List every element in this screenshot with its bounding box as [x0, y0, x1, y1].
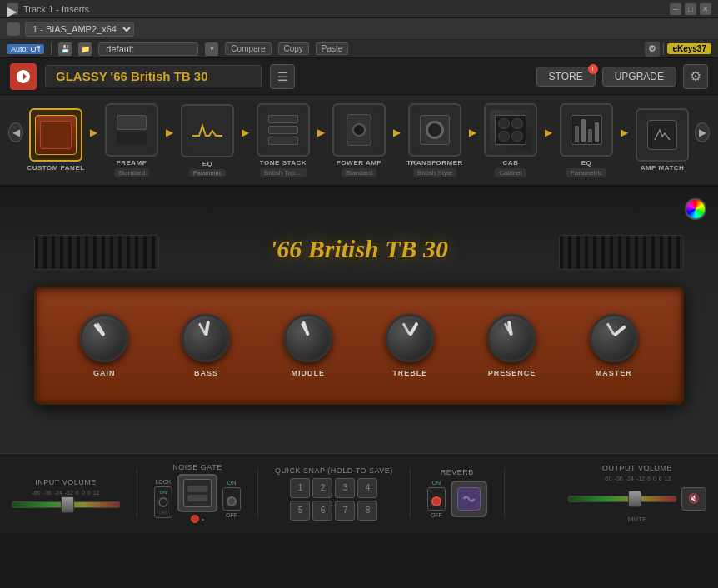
snap-btn-3[interactable]: 3 [335, 478, 355, 498]
middle-knob[interactable] [284, 314, 332, 362]
output-fader-thumb[interactable] [628, 491, 641, 507]
knob-group-presence: PRESENCE [487, 314, 536, 377]
compare-button[interactable]: Compare [225, 42, 271, 55]
chain-item-cab[interactable]: CAB Cabinet [478, 103, 543, 177]
preset-input[interactable] [98, 42, 198, 56]
ekeys-badge: eKeys37 [667, 43, 711, 54]
chain-nav-left[interactable]: ◀ [8, 122, 23, 142]
output-scale: -60 -36 -24 -12 6 0 6 12 [603, 476, 671, 481]
signal-chain-inner: ◀ CUSTOM PANEL ▶ PREAMP Stand [8, 103, 710, 177]
track-select[interactable]: 1 - BIAS_AMP2_x64 [25, 22, 134, 37]
close-button[interactable]: ✕ [700, 3, 711, 15]
amp-name-display: '66 British TB 30 [270, 235, 448, 263]
chain-label-preamp: PREAMP [102, 159, 161, 167]
amp-display: '66 British TB 30 GAIN BA [17, 235, 701, 405]
amp-vent-right [559, 235, 684, 270]
chain-arrow-7: ▶ [543, 127, 554, 138]
chain-module-transformer [408, 103, 461, 157]
chain-item-amp-match[interactable]: AMP MATCH [630, 108, 695, 172]
menu-button[interactable]: ☰ [270, 64, 295, 89]
ng-onoff-indicator [227, 496, 237, 506]
input-volume-section: INPUT VOLUME -60 -36 -24 -12 6 0 6 12 [12, 478, 120, 508]
chain-sublabel-transformer: British Style [413, 168, 456, 177]
mute-label: MUTE [628, 516, 647, 523]
chain-module-eq-end [560, 103, 613, 157]
chain-module-tone-stack [257, 103, 310, 157]
divider-4 [504, 468, 505, 518]
chain-label-custom-panel: CUSTOM PANEL [27, 164, 85, 172]
knob-group-gain: GAIN [80, 314, 128, 377]
amp-area: '66 British TB 30 GAIN BA [0, 187, 718, 453]
treble-knob[interactable] [386, 314, 434, 362]
chain-module-power-amp [332, 103, 386, 157]
chain-item-power-amp[interactable]: POWER AMP Standard [327, 103, 391, 177]
reverb-switch[interactable] [427, 487, 446, 511]
divider-1 [137, 468, 137, 518]
noise-gate-label: NOISE GATE [172, 463, 222, 471]
chain-arrow-6: ▶ [467, 127, 478, 138]
preset-arrow-icon[interactable]: ▼ [205, 42, 218, 56]
plugin-bar: 1 - BIAS_AMP2_x64 [0, 18, 718, 40]
chain-sublabel-eq-mid: Parametric [189, 169, 226, 177]
header-right: STORE ! UPGRADE ⚙ [536, 64, 708, 89]
snap-btn-8[interactable]: 8 [357, 501, 377, 521]
input-fader-thumb[interactable] [61, 496, 74, 513]
amp-vent-left [34, 235, 159, 270]
snap-btn-4[interactable]: 4 [357, 478, 377, 498]
amp-body: GAIN BASS MIDDLE [34, 287, 684, 405]
reverb-switch-indicator [431, 496, 441, 506]
noise-gate-box[interactable] [177, 474, 217, 512]
save-icon[interactable]: 💾 [58, 42, 72, 56]
chain-sublabel-preamp: Standard [114, 168, 149, 177]
presence-label: PRESENCE [488, 369, 536, 377]
chain-item-preamp[interactable]: PREAMP Standard [99, 103, 164, 177]
snap-btn-6[interactable]: 6 [312, 501, 332, 521]
upgrade-button[interactable]: UPGRADE [602, 67, 676, 87]
store-button[interactable]: STORE ! [536, 67, 596, 87]
color-wheel[interactable] [685, 198, 706, 220]
chain-item-eq-mid[interactable]: EQ Parametric [175, 104, 240, 177]
store-notification-badge: ! [588, 64, 598, 74]
paste-button[interactable]: Paste [316, 42, 349, 55]
presence-knob[interactable] [487, 314, 536, 362]
copy-button[interactable]: Copy [278, 42, 309, 55]
lock-label: LOCK [155, 479, 171, 485]
reverb-onoff-group: ON OFF [427, 480, 446, 518]
mute-button[interactable]: 🔇 [681, 487, 706, 511]
auto-button[interactable]: Auto: Off [7, 44, 44, 54]
snap-btn-7[interactable]: 7 [335, 501, 355, 521]
input-volume-label: INPUT VOLUME [35, 478, 96, 486]
reverb-icon [457, 487, 481, 511]
output-fader-container [568, 496, 676, 502]
chain-item-transformer[interactable]: TRANSFORMER British Style [402, 103, 467, 177]
ng-onoff-switch[interactable] [222, 487, 241, 511]
reverb-box[interactable] [451, 481, 487, 517]
title-bar-controls: ─ □ ✕ [670, 3, 711, 15]
master-knob[interactable] [590, 314, 638, 362]
input-fader-container [12, 501, 120, 508]
bass-knob[interactable] [182, 314, 230, 362]
ng-off-label: OFF [226, 512, 237, 518]
toolbar-gear-icon[interactable]: ⚙ [645, 42, 660, 57]
snap-btn-1[interactable]: 1 [290, 478, 310, 498]
lock-switch[interactable]: ON OFF [154, 486, 172, 518]
gain-knob[interactable] [80, 314, 128, 362]
minimize-button[interactable]: ─ [670, 3, 681, 15]
chain-item-tone-stack[interactable]: TONE STACK British Top ... [251, 103, 316, 177]
master-label: MASTER [596, 369, 632, 377]
noise-gate-section: NOISE GATE LOCK ON OFF [154, 463, 241, 523]
folder-icon[interactable]: 📁 [78, 42, 92, 56]
chain-nav-right[interactable]: ▶ [695, 122, 710, 142]
chain-item-eq-end[interactable]: EQ Parametric [554, 103, 619, 177]
logo-button[interactable] [10, 63, 37, 90]
chain-sublabel-eq-end: Parametric [566, 168, 607, 177]
snap-btn-5[interactable]: 5 [290, 501, 310, 521]
chain-item-custom-panel[interactable]: CUSTOM PANEL [23, 108, 88, 172]
snap-btn-2[interactable]: 2 [312, 478, 332, 498]
output-meter [568, 496, 676, 502]
knobs-row: GAIN BASS MIDDLE [53, 314, 665, 377]
header-settings-icon[interactable]: ⚙ [683, 64, 708, 89]
maximize-button[interactable]: □ [685, 3, 696, 15]
mute-icon: 🔇 [688, 493, 700, 504]
chain-arrow-4: ▶ [316, 127, 327, 138]
